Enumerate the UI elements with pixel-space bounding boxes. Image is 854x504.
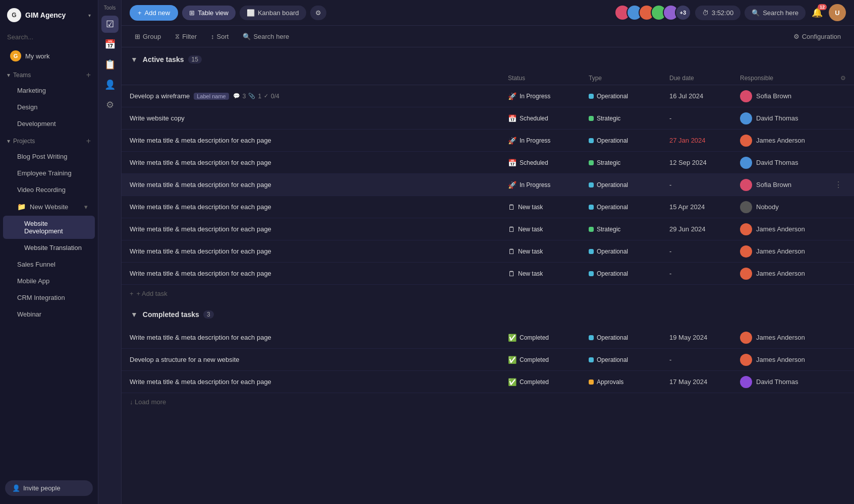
sidebar-item-blog-post[interactable]: Blog Post Writing	[3, 149, 95, 164]
configuration-button[interactable]: ⚙ Configuration	[788, 30, 846, 43]
tool-calendar-icon[interactable]: 📅	[101, 36, 119, 53]
search-icon: 🔍	[752, 9, 760, 17]
sidebar-item-webinar[interactable]: Webinar	[3, 306, 95, 322]
sidebar-item-sales-funnel[interactable]: Sales Funnel	[3, 257, 95, 272]
task-row[interactable]: Write meta title & meta description for …	[122, 218, 854, 240]
invite-icon: 👤	[12, 484, 20, 492]
teams-add-icon[interactable]: +	[86, 71, 91, 79]
task-name: Write meta title & meta description for …	[130, 378, 271, 386]
sidebar-search[interactable]	[0, 30, 98, 46]
status-icon: ✅	[508, 334, 517, 342]
add-task-row[interactable]: + + Add task	[122, 285, 854, 302]
col-settings-icon[interactable]: ⚙	[831, 75, 846, 82]
task-name: Develop a structure for a new website	[130, 356, 240, 363]
responsible-avatar	[740, 223, 752, 235]
tool-settings-icon[interactable]: ⚙	[101, 96, 119, 113]
sidebar-item-new-website[interactable]: 📁 New Website ▾	[3, 199, 95, 215]
due-date-cell: 17 May 2024	[669, 378, 740, 386]
timer-button[interactable]: ⏱ 3:52:00	[695, 6, 741, 20]
projects-add-icon[interactable]: +	[86, 137, 91, 145]
sidebar-item-website-translation[interactable]: Website Translation	[3, 240, 95, 256]
status-icon: 🗒	[508, 247, 515, 256]
task-row[interactable]: Write meta title & meta description for …	[122, 130, 854, 152]
search-input[interactable]	[7, 33, 91, 41]
task-row[interactable]: Write meta title & meta description for …	[122, 196, 854, 218]
responsible-cell: Sofia Brown	[740, 179, 831, 191]
responsible-name: David Thomas	[756, 378, 799, 386]
search-button[interactable]: 🔍 Search here	[745, 6, 806, 20]
type-label: Strategic	[597, 226, 620, 233]
active-tasks-collapse-button[interactable]: ▼	[130, 54, 139, 65]
responsible-cell: James Anderson	[740, 268, 831, 280]
task-row[interactable]: Write meta title & meta description for …	[122, 152, 854, 174]
tool-checkbox-icon[interactable]: ☑	[101, 16, 119, 33]
avatar-overflow[interactable]: +3	[675, 5, 691, 21]
task-name-cell: Write meta title & meta description for …	[130, 177, 508, 193]
search-here-button[interactable]: 🔍 Search here	[238, 30, 294, 43]
type-dot	[589, 138, 594, 143]
status-icon: 🗒	[508, 225, 515, 233]
type-label: Strategic	[597, 115, 620, 122]
responsible-cell: James Anderson	[740, 354, 831, 366]
sort-label: Sort	[217, 33, 229, 40]
responsible-name: James Anderson	[756, 356, 805, 363]
type-cell: Approvals	[589, 379, 669, 386]
type-dot	[589, 249, 594, 254]
task-name-cell: Write meta title & meta description for …	[130, 243, 508, 259]
task-row[interactable]: Write meta title & meta description for …	[122, 371, 854, 393]
task-row[interactable]: Write website copy 📅 Scheduled Strategic…	[122, 107, 854, 130]
status-label: New task	[518, 204, 543, 211]
responsible-cell: Nobody	[740, 201, 831, 213]
status-icon: 📅	[508, 159, 517, 167]
view-options-button[interactable]: ⚙	[310, 6, 326, 20]
group-button[interactable]: ⊞ Group	[130, 30, 166, 43]
task-row[interactable]: Develop a structure for a new website ✅ …	[122, 349, 854, 371]
sidebar-item-website-development[interactable]: Website Development	[3, 216, 95, 239]
task-row[interactable]: Develop a wireframe Label name 💬3 📎1 ✓0/…	[122, 85, 854, 107]
active-tasks-section: ▼ Active tasks 15	[122, 47, 854, 72]
row-menu-4[interactable]: ⋮	[831, 180, 846, 190]
due-date-cell: -	[669, 114, 740, 122]
kanban-board-button[interactable]: ⬜ Kanban board	[240, 6, 306, 20]
due-date-cell: 19 May 2024	[669, 334, 740, 341]
sidebar-item-mywork[interactable]: G My work	[3, 46, 95, 66]
task-name-cell: Write meta title & meta description for …	[130, 330, 508, 345]
main-content: + Add new ⊞ Table view ⬜ Kanban board ⚙ …	[122, 0, 854, 504]
app-logo[interactable]: G GIM Agency ▾	[0, 0, 98, 30]
table-view-button[interactable]: ⊞ Table view	[182, 6, 236, 20]
chevron-icon: ▾	[84, 203, 88, 211]
user-avatar-button[interactable]: U	[829, 4, 846, 21]
task-row[interactable]: Write meta title & meta description for …	[122, 263, 854, 285]
sort-button[interactable]: ↕ Sort	[206, 30, 234, 43]
chevron-down-icon: ▾	[88, 13, 91, 18]
responsible-name: Sofia Brown	[756, 92, 791, 100]
tool-list-icon[interactable]: 📋	[101, 56, 119, 73]
tools-label: Tools	[104, 5, 116, 11]
teams-collapse-icon[interactable]: ▾	[7, 72, 10, 79]
task-row[interactable]: Write meta title & meta description for …	[122, 327, 854, 349]
tool-person-icon[interactable]: 👤	[101, 76, 119, 93]
table-icon: ⊞	[189, 9, 195, 17]
sidebar-item-design[interactable]: Design	[3, 99, 95, 115]
add-new-button[interactable]: + Add new	[130, 5, 178, 21]
task-row[interactable]: Write meta title & meta description for …	[122, 174, 854, 196]
sidebar-item-video-recording[interactable]: Video Recording	[3, 182, 95, 198]
status-label: Completed	[520, 356, 549, 363]
sidebar-item-development[interactable]: Development	[3, 116, 95, 132]
task-name-cell: Write meta title & meta description for …	[130, 133, 508, 148]
attachment-icon: 📎	[248, 93, 255, 99]
load-more-row[interactable]: ↓ Load more	[122, 393, 854, 411]
filter-button[interactable]: ⧖ Filter	[170, 30, 202, 43]
marketing-label: Marketing	[17, 87, 46, 94]
kanban-icon: ⬜	[247, 9, 255, 17]
sidebar-item-marketing[interactable]: Marketing	[3, 83, 95, 98]
invite-people-button[interactable]: 👤 Invite people	[5, 480, 93, 496]
notification-button[interactable]: 🔔 12	[810, 5, 825, 20]
status-icon: 🗒	[508, 203, 515, 211]
task-row[interactable]: Write meta title & meta description for …	[122, 240, 854, 263]
sidebar-item-mobile-app[interactable]: Mobile App	[3, 273, 95, 289]
completed-tasks-collapse-button[interactable]: ▼	[130, 309, 139, 320]
sidebar-item-employee-training[interactable]: Employee Training	[3, 165, 95, 181]
projects-collapse-icon[interactable]: ▾	[7, 138, 10, 145]
sidebar-item-crm[interactable]: CRM Integration	[3, 290, 95, 305]
